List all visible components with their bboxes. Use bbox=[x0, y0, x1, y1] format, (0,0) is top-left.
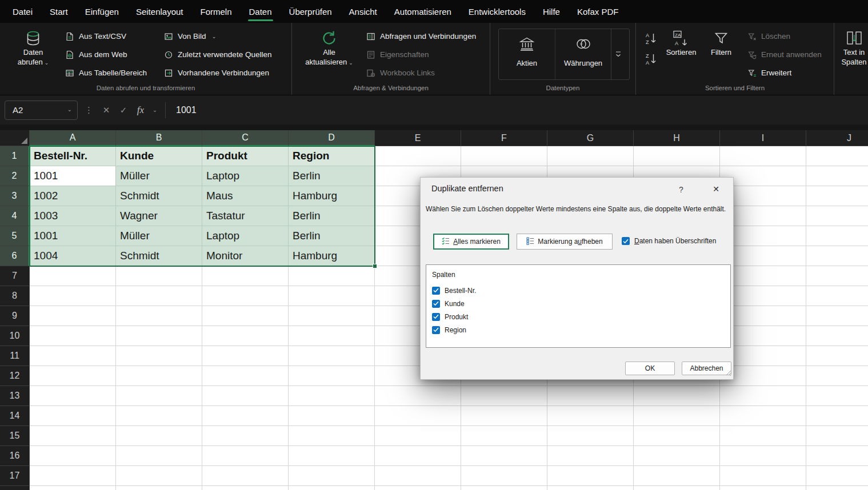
cell-C17[interactable] bbox=[202, 466, 289, 486]
aus-dem-web-button[interactable]: Aus dem Web bbox=[62, 47, 150, 62]
cell-H1[interactable] bbox=[634, 146, 720, 166]
checkbox-icon[interactable] bbox=[432, 313, 440, 321]
cell-C10[interactable] bbox=[202, 326, 289, 346]
erweitert-button[interactable]: Erweitert bbox=[744, 66, 825, 80]
cell-J13[interactable] bbox=[806, 386, 868, 406]
aktien-button[interactable]: Aktien bbox=[499, 29, 555, 79]
cell-A15[interactable] bbox=[30, 426, 116, 446]
row-header-10[interactable]: 10 bbox=[0, 326, 30, 346]
row-header-18[interactable]: 18 bbox=[0, 486, 30, 490]
cell-A11[interactable] bbox=[30, 346, 116, 366]
column-header-E[interactable]: E bbox=[375, 130, 461, 146]
checkbox-icon[interactable] bbox=[432, 287, 440, 295]
row-header-9[interactable]: 9 bbox=[0, 306, 30, 326]
cell-H15[interactable] bbox=[634, 426, 720, 446]
cell-A5[interactable]: 1001 bbox=[30, 226, 116, 246]
cell-F17[interactable] bbox=[461, 466, 547, 486]
column-header-I[interactable]: I bbox=[720, 130, 806, 146]
cell-A7[interactable] bbox=[30, 266, 116, 286]
cell-B18[interactable] bbox=[116, 486, 202, 490]
row-header-7[interactable]: 7 bbox=[0, 266, 30, 286]
cell-J15[interactable] bbox=[806, 426, 868, 446]
row-header-2[interactable]: 2 bbox=[0, 166, 30, 186]
resize-grip[interactable] bbox=[725, 369, 732, 378]
cell-J16[interactable] bbox=[806, 446, 868, 466]
cell-C2[interactable]: Laptop bbox=[202, 166, 289, 186]
cell-I17[interactable] bbox=[720, 466, 806, 486]
aus-text-csv-button[interactable]: Aus Text/CSV bbox=[62, 29, 150, 43]
menu-tab-datei[interactable]: Datei bbox=[4, 0, 41, 23]
cell-F16[interactable] bbox=[461, 446, 547, 466]
row-header-12[interactable]: 12 bbox=[0, 366, 30, 386]
row-header-15[interactable]: 15 bbox=[0, 426, 30, 446]
cell-B9[interactable] bbox=[116, 306, 202, 326]
cell-G16[interactable] bbox=[547, 446, 634, 466]
eigenschaften-button[interactable]: Eigenschaften bbox=[363, 47, 479, 62]
cell-B11[interactable] bbox=[116, 346, 202, 366]
cell-A14[interactable] bbox=[30, 406, 116, 426]
sort-za-button[interactable]: ZA bbox=[643, 51, 658, 66]
column-option-kunde[interactable]: Kunde bbox=[431, 297, 726, 310]
cell-C11[interactable] bbox=[202, 346, 289, 366]
cell-G14[interactable] bbox=[547, 406, 634, 426]
cell-C3[interactable]: Maus bbox=[202, 186, 289, 206]
menu-tab-kofax-pdf[interactable]: Kofax PDF bbox=[569, 0, 627, 23]
cell-F13[interactable] bbox=[461, 386, 547, 406]
cell-A1[interactable]: Bestell-Nr. bbox=[30, 146, 116, 166]
cell-B12[interactable] bbox=[116, 366, 202, 386]
row-header-17[interactable]: 17 bbox=[0, 466, 30, 486]
cell-C5[interactable]: Laptop bbox=[202, 226, 289, 246]
cell-A18[interactable] bbox=[30, 486, 116, 490]
sort-az-button[interactable]: AZ bbox=[643, 30, 658, 46]
cell-C15[interactable] bbox=[202, 426, 289, 446]
row-header-13[interactable]: 13 bbox=[0, 386, 30, 406]
cell-C13[interactable] bbox=[202, 386, 289, 406]
cell-D15[interactable] bbox=[289, 426, 375, 446]
gallery-more-button[interactable] bbox=[611, 29, 625, 79]
insert-function-button[interactable]: fx bbox=[132, 105, 149, 116]
column-header-B[interactable]: B bbox=[116, 130, 202, 146]
text-in-spalten-button[interactable]: Text inSpalten bbox=[840, 25, 868, 67]
cell-J12[interactable] bbox=[806, 366, 868, 386]
cell-C8[interactable] bbox=[202, 286, 289, 306]
cell-G18[interactable] bbox=[547, 486, 634, 490]
column-header-F[interactable]: F bbox=[461, 130, 547, 146]
cell-E13[interactable] bbox=[375, 386, 461, 406]
erneut-anwenden-button[interactable]: Erneut anwenden bbox=[744, 47, 825, 62]
waehrungen-button[interactable]: Währungen bbox=[555, 29, 611, 79]
column-option-bestell-nr[interactable]: Bestell-Nr. bbox=[431, 284, 726, 297]
cell-D18[interactable] bbox=[289, 486, 375, 490]
workbook-links-button[interactable]: Workbook Links bbox=[363, 66, 479, 80]
column-option-produkt[interactable]: Produkt bbox=[431, 310, 726, 323]
row-header-1[interactable]: 1 bbox=[0, 146, 30, 166]
cell-D2[interactable]: Berlin bbox=[289, 166, 375, 186]
cell-A2[interactable]: 1001 bbox=[30, 166, 116, 186]
cell-B3[interactable]: Schmidt bbox=[116, 186, 202, 206]
cell-A4[interactable]: 1003 bbox=[30, 206, 116, 226]
menu-tab-formeln[interactable]: Formeln bbox=[192, 0, 241, 23]
cell-H18[interactable] bbox=[634, 486, 720, 490]
checkbox-icon[interactable] bbox=[432, 300, 440, 308]
cell-J7[interactable] bbox=[806, 266, 868, 286]
cell-J10[interactable] bbox=[806, 326, 868, 346]
cell-A12[interactable] bbox=[30, 366, 116, 386]
column-header-H[interactable]: H bbox=[634, 130, 720, 146]
cell-C1[interactable]: Produkt bbox=[202, 146, 289, 166]
cell-I18[interactable] bbox=[720, 486, 806, 490]
cell-H13[interactable] bbox=[634, 386, 720, 406]
unselect-all-button[interactable]: Markierung aufheben bbox=[517, 234, 613, 250]
cell-J8[interactable] bbox=[806, 286, 868, 306]
cell-C6[interactable]: Monitor bbox=[202, 246, 289, 266]
cell-C4[interactable]: Tastatur bbox=[202, 206, 289, 226]
cell-D3[interactable]: Hamburg bbox=[289, 186, 375, 206]
menu-tab-einf-gen[interactable]: Einfügen bbox=[77, 0, 127, 23]
cell-A10[interactable] bbox=[30, 326, 116, 346]
cell-G1[interactable] bbox=[547, 146, 634, 166]
cell-J2[interactable] bbox=[806, 166, 868, 186]
cell-A3[interactable]: 1002 bbox=[30, 186, 116, 206]
cell-D4[interactable]: Berlin bbox=[289, 206, 375, 226]
cell-H16[interactable] bbox=[634, 446, 720, 466]
cell-A8[interactable] bbox=[30, 286, 116, 306]
cell-B4[interactable]: Wagner bbox=[116, 206, 202, 226]
cell-G13[interactable] bbox=[547, 386, 634, 406]
